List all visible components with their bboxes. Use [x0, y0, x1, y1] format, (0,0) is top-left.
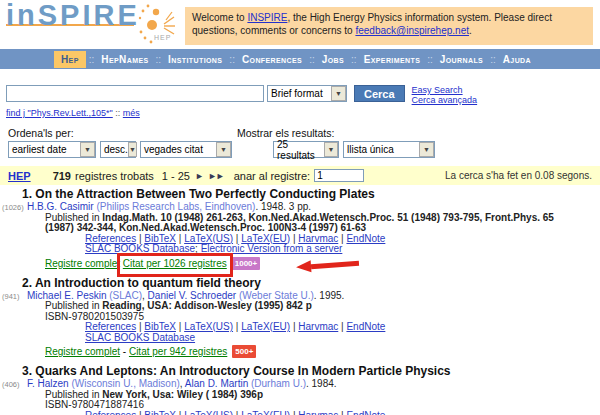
sort-field-select[interactable]: earliest date▼ [8, 141, 96, 158]
full-record-link[interactable]: Registre complet [45, 258, 120, 269]
search-button[interactable]: Cerca [354, 85, 405, 102]
inspire-link[interactable]: INSPIRE [247, 12, 287, 23]
affiliation-link[interactable]: (SLAC) [106, 290, 142, 301]
author-link[interactable]: F. Halzen [27, 378, 69, 389]
result-item: 3. Quarks And Leptons: An Introductory C… [0, 365, 600, 415]
format-link-references[interactable]: References [85, 410, 136, 415]
affiliation-link[interactable]: (Durham U.) [248, 378, 306, 389]
published-label: Published in [45, 389, 102, 400]
format-link-endnote[interactable]: EndNote [346, 321, 385, 332]
result-title-text: On the Attraction Between Two Perfectly … [35, 187, 374, 201]
results-per-page-value: 25 resultats [277, 139, 324, 161]
format-link-bibtex[interactable]: BibTeX [144, 321, 176, 332]
db-link[interactable]: SLAC BOOKS Database [85, 243, 195, 254]
result-title-text: An Introduction to quantum field theory [35, 276, 261, 290]
format-link-latexeu[interactable]: LaTeX(EU) [241, 233, 290, 244]
example-search-row: find j "Phys.Rev.Lett.,105*" :: més [6, 108, 140, 118]
format-link-endnote[interactable]: EndNote [346, 233, 385, 244]
nav-tab-institutions[interactable]: Institutions [164, 51, 226, 68]
goto-record-input[interactable] [314, 169, 364, 182]
author-link[interactable]: Michael E. Peskin [27, 290, 106, 301]
format-link-latexus[interactable]: LaTeX(US) [184, 321, 233, 332]
format-link-latexeu[interactable]: LaTeX(EU) [241, 410, 290, 415]
output-format-select[interactable]: Brief format ▼ [267, 85, 347, 102]
citation-badge: 1000+ [232, 257, 260, 270]
result-item: 2. An Introduction to quantum field theo… [0, 277, 600, 359]
db-link[interactable]: Electronic Version from a server [201, 243, 343, 254]
format-link-latexeu[interactable]: LaTeX(EU) [241, 321, 290, 332]
nav-tab-hepnames[interactable]: HepNames [97, 51, 152, 68]
example-find-link[interactable]: find j "Phys.Rev.Lett.,105*" [6, 108, 113, 118]
affiliation-link[interactable]: (Weber State U.) [236, 290, 314, 301]
search-input[interactable] [6, 85, 264, 102]
nav-tab-experiments[interactable]: Experiments [360, 51, 425, 68]
results-list: 1. On the Attraction Between Two Perfect… [0, 188, 600, 415]
sort-field-value: earliest date [12, 144, 66, 155]
author-link[interactable]: H.B.G. Casimir [27, 201, 94, 212]
sort-by-label: Ordena'ls per: [8, 127, 74, 139]
results-count: 719 [53, 170, 71, 182]
easy-search-link[interactable]: Easy Search [412, 85, 478, 95]
search-timing: La cerca s'ha fet en 0.08 segons. [445, 170, 592, 181]
format-link-latexus[interactable]: LaTeX(US) [184, 233, 233, 244]
result-footer: Registre complet Citat per 1026 registre… [0, 257, 600, 270]
nav-separator: :: [306, 54, 318, 65]
author-link[interactable]: Daniel V. Schroeder [148, 290, 237, 301]
cited-by-link[interactable]: Citat per 1026 registres [123, 258, 227, 269]
format-link-endnote[interactable]: EndNote [346, 410, 385, 415]
rank-by-select[interactable]: vegades citat▼ [140, 141, 232, 158]
more-examples-link[interactable]: més [123, 108, 140, 118]
footer-separator: - [120, 346, 129, 357]
citation-count-marginal: (406) [2, 380, 20, 389]
list-style-select[interactable]: llista única▼ [343, 141, 435, 158]
format-link-bibtex[interactable]: BibTeX [144, 233, 176, 244]
format-link-harvmac[interactable]: Harvmac [298, 233, 338, 244]
nav-tab-ajuda[interactable]: Ajuda [499, 51, 535, 68]
feedback-email-link[interactable]: feedback@inspirehep.net [355, 25, 469, 36]
chevron-down-icon: ▼ [216, 142, 231, 157]
author-link[interactable]: Alan D. Martin [185, 378, 248, 389]
sort-selects: earliest date▼ desc.▼ vegades citat▼ 25 … [8, 141, 435, 158]
result-title: 2. An Introduction to quantum field theo… [0, 277, 600, 290]
format-link-harvmac[interactable]: Harvmac [298, 410, 338, 415]
example-separator: :: [115, 108, 123, 118]
chevron-down-icon: ▼ [331, 86, 346, 101]
affiliation-link[interactable]: (Philips Research Labs, Eindhoven) [94, 201, 256, 212]
collection-link[interactable]: HEP [8, 170, 31, 182]
published-line: Published in Reading, USA: Addison-Wesle… [0, 301, 585, 312]
nav-tab-journals[interactable]: Journals [436, 51, 487, 68]
logo-hep-label: HEP [154, 34, 171, 41]
full-record-link[interactable]: Registre complet [45, 346, 120, 357]
display-results-label: Mostrar els resultats: [237, 127, 334, 139]
format-link-latexus[interactable]: LaTeX(US) [184, 410, 233, 415]
result-item: 1. On the Attraction Between Two Perfect… [0, 188, 600, 270]
published-label: Published in [45, 300, 102, 311]
next-page-icon[interactable]: ► [195, 171, 203, 181]
byline-text: . 1995. [314, 290, 345, 301]
citation-badge: 500+ [232, 345, 256, 358]
welcome-box: Welcome to INSPIRE, the High Energy Phys… [185, 7, 593, 45]
result-title: 3. Quarks And Leptons: An Introductory C… [0, 365, 600, 378]
results-count-suffix: registres trobats [75, 170, 154, 182]
results-per-page-select[interactable]: 25 resultats▼ [273, 141, 339, 158]
result-number: 1. [22, 187, 35, 201]
inspire-logo[interactable]: inSPIRE HEP [6, 2, 178, 47]
byline-text: . 1948. 3 pp. [255, 201, 311, 212]
format-link-bibtex[interactable]: BibTeX [144, 410, 176, 415]
output-format-value: Brief format [271, 88, 323, 99]
nav-tab-jobs[interactable]: Jobs [318, 51, 348, 68]
search-links: Easy Search Cerca avançada [412, 85, 478, 105]
db-link[interactable]: SLAC BOOKS Database [85, 332, 195, 343]
nav-tab-conferences[interactable]: Conferences [238, 51, 306, 68]
affiliation-link[interactable]: (Wisconsin U., Madison) [69, 378, 180, 389]
format-link-separator: | [176, 410, 184, 415]
nav-separator: :: [153, 54, 165, 65]
format-link-harvmac[interactable]: Harvmac [298, 321, 338, 332]
cited-by-link[interactable]: Citat per 942 registres [129, 346, 227, 357]
nav-tab-hep[interactable]: Hep [54, 51, 86, 68]
format-link-references[interactable]: References [85, 321, 136, 332]
format-link-references[interactable]: References [85, 233, 136, 244]
advanced-search-link[interactable]: Cerca avançada [412, 95, 478, 105]
sort-direction-select[interactable]: desc.▼ [100, 141, 136, 158]
last-page-icon[interactable]: ►► [208, 171, 224, 181]
